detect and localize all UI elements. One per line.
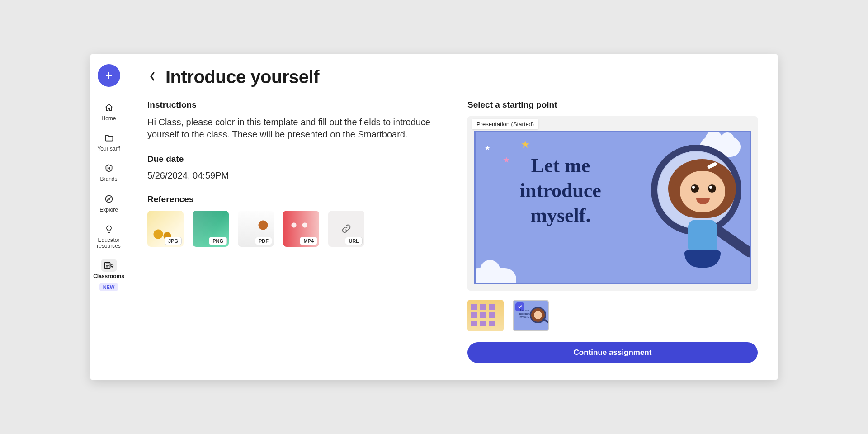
lightbulb-icon: [101, 223, 117, 236]
continue-assignment-button[interactable]: Continue assignment: [467, 342, 758, 363]
folder-icon: [101, 132, 117, 144]
sidebar-item-your-stuff[interactable]: Your stuff: [90, 127, 127, 156]
girl-illustration-icon: [657, 151, 735, 229]
presentation-status-tag: Presentation (Started): [472, 119, 538, 129]
sidebar-item-brands[interactable]: Brands: [90, 157, 127, 186]
sidebar-item-label: Classrooms: [93, 274, 124, 279]
brand-icon: [101, 162, 117, 175]
sidebar-item-home[interactable]: Home: [90, 97, 127, 125]
page-title: Introduce yourself: [165, 67, 319, 87]
reference-type-badge: PDF: [255, 237, 272, 245]
chevron-left-icon: [149, 72, 156, 81]
reference-type-badge: JPG: [165, 237, 182, 245]
back-button[interactable]: [147, 70, 157, 85]
compass-icon: [101, 193, 117, 205]
reference-mp4[interactable]: MP4: [283, 211, 319, 247]
star-decoration-icon: ★: [485, 144, 491, 151]
columns: Instructions Hi Class, please color in t…: [147, 100, 758, 367]
slide-preview: ★ ★ ★ Let me introduce myself.: [474, 131, 751, 284]
references-row: JPG PNG PDF MP4 URL: [147, 211, 440, 247]
instructions-text: Hi Class, please color in this template …: [147, 116, 440, 141]
sidebar-item-educator-resources[interactable]: Educator resources: [90, 218, 127, 253]
reference-url[interactable]: URL: [328, 211, 364, 247]
starting-point-card[interactable]: Presentation (Started) ★ ★ ★ Let me intr…: [467, 116, 758, 291]
slide-main-text: Let me introduce myself.: [495, 153, 626, 228]
svg-point-2: [111, 264, 113, 267]
sidebar-item-label: Educator resources: [90, 237, 127, 249]
reference-type-badge: PNG: [209, 237, 227, 245]
reference-type-badge: MP4: [300, 237, 317, 245]
star-decoration-icon: ★: [521, 139, 530, 151]
sidebar-item-classrooms[interactable]: Classrooms NEW: [90, 255, 127, 295]
reference-png[interactable]: PNG: [193, 211, 229, 247]
template-thumbnail-backpack[interactable]: [467, 300, 504, 331]
create-button[interactable]: [98, 64, 120, 87]
magnifying-glass-icon: [651, 145, 741, 235]
right-column: Select a starting point Presentation (St…: [467, 100, 758, 367]
due-date-label: Due date: [147, 154, 440, 164]
home-icon: [101, 101, 117, 114]
new-badge: NEW: [99, 283, 118, 291]
references-label: References: [147, 194, 440, 204]
plus-icon: [104, 71, 113, 80]
sidebar-item-label: Home: [101, 116, 116, 122]
reference-pdf[interactable]: PDF: [238, 211, 274, 247]
starting-point-label: Select a starting point: [467, 100, 758, 110]
main-content: Introduce yourself Instructions Hi Class…: [127, 54, 778, 380]
cloud-decoration-icon: [474, 268, 516, 284]
sidebar-item-label: Explore: [99, 207, 118, 213]
sidebar-item-explore[interactable]: Explore: [90, 188, 127, 217]
sidebar-item-label: Your stuff: [97, 146, 120, 152]
instructions-label: Instructions: [147, 100, 440, 110]
mini-magnifier-icon: [530, 307, 546, 323]
link-icon: [341, 224, 351, 234]
template-thumbnail-introduce[interactable]: Let me introduce myself.: [513, 300, 549, 331]
app-window: Home Your stuff Brands Explore Educator: [90, 54, 778, 380]
sidebar-item-label: Brands: [100, 176, 117, 182]
svg-point-0: [105, 195, 112, 202]
reference-jpg[interactable]: JPG: [147, 211, 184, 247]
sidebar: Home Your stuff Brands Explore Educator: [90, 54, 127, 380]
left-column: Instructions Hi Class, please color in t…: [147, 100, 440, 367]
starting-point-thumbnails: Let me introduce myself.: [467, 300, 758, 331]
due-date-value: 5/26/2024, 04:59PM: [147, 170, 440, 181]
reference-type-badge: URL: [345, 237, 363, 245]
title-row: Introduce yourself: [147, 67, 758, 87]
classroom-icon: [101, 259, 117, 272]
